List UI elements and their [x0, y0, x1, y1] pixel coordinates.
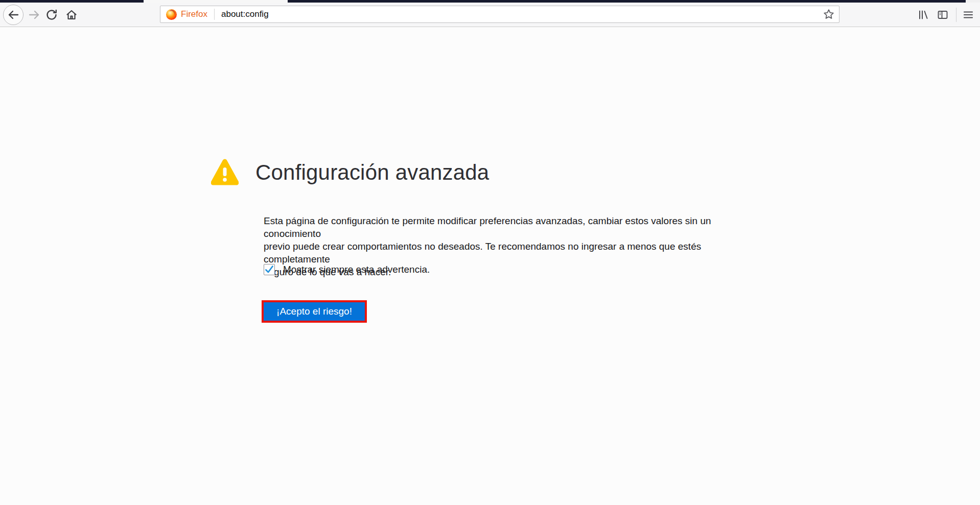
firefox-logo-icon	[166, 9, 177, 20]
show-warning-checkbox-row: Mostrar siempre esta advertencia.	[264, 264, 430, 275]
toolbar-divider	[956, 8, 956, 22]
home-icon	[65, 9, 78, 21]
url-text[interactable]: about:config	[221, 9, 269, 19]
hamburger-menu-button[interactable]	[962, 9, 974, 21]
home-button[interactable]	[65, 9, 78, 21]
identity-label: Firefox	[181, 9, 207, 19]
back-arrow-icon	[7, 9, 19, 21]
site-identity[interactable]: Firefox	[166, 9, 207, 20]
url-separator	[214, 9, 215, 20]
sidebar-toggle-button[interactable]	[937, 9, 949, 21]
forward-button[interactable]	[28, 9, 40, 21]
sidebar-icon	[937, 9, 949, 21]
back-button[interactable]	[3, 5, 24, 25]
library-button[interactable]	[917, 9, 929, 21]
annotation-highlight-box: ¡Acepto el riesgo!	[262, 300, 367, 323]
url-bar[interactable]: Firefox about:config	[160, 6, 839, 23]
accept-risk-button[interactable]: ¡Acepto el riesgo!	[264, 302, 365, 321]
show-warning-checkbox-label[interactable]: Mostrar siempre esta advertencia.	[283, 264, 430, 275]
show-warning-checkbox[interactable]	[264, 264, 275, 275]
reload-icon	[45, 9, 58, 21]
hamburger-menu-icon	[962, 9, 974, 21]
forward-arrow-icon	[28, 9, 40, 21]
reload-button[interactable]	[45, 9, 58, 21]
checkbox-checkmark-icon	[264, 264, 274, 275]
warning-paragraph-line: Esta página de configuración te permite …	[264, 214, 759, 240]
page-content: Configuración avanzada Esta página de co…	[0, 28, 980, 505]
bookmark-star-icon[interactable]	[823, 8, 835, 20]
warning-header: Configuración avanzada	[211, 158, 489, 187]
warning-icon	[211, 158, 239, 187]
library-icon	[917, 9, 929, 21]
browser-window: Firefox about:config	[0, 0, 980, 505]
page-title: Configuración avanzada	[255, 160, 489, 185]
navigation-toolbar: Firefox about:config	[0, 3, 980, 27]
warning-paragraph-line: previo puede crear comportamientos no de…	[264, 240, 759, 266]
